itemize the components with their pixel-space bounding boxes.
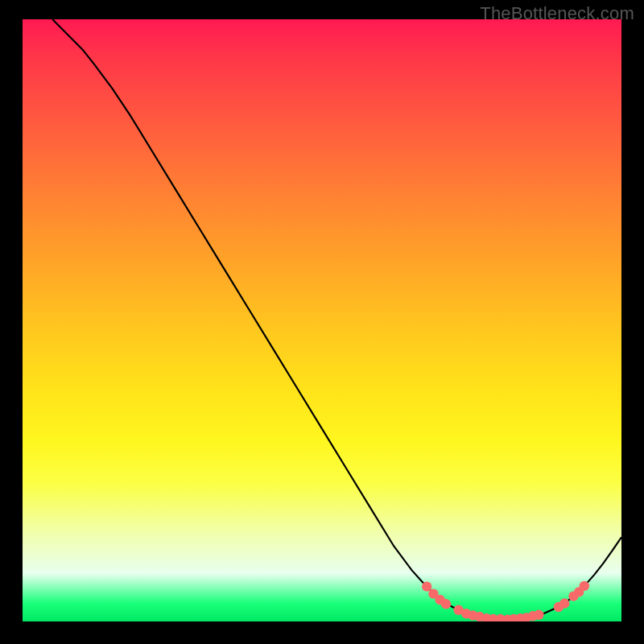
chart-overlay [23,19,621,621]
data-marker [559,598,569,608]
data-markers [422,581,589,621]
data-marker [441,599,451,609]
plot-area [23,19,621,621]
watermark-text: TheBottleneck.com [480,3,634,24]
bottleneck-curve [52,19,621,620]
data-marker [534,610,543,620]
data-marker [580,581,589,591]
